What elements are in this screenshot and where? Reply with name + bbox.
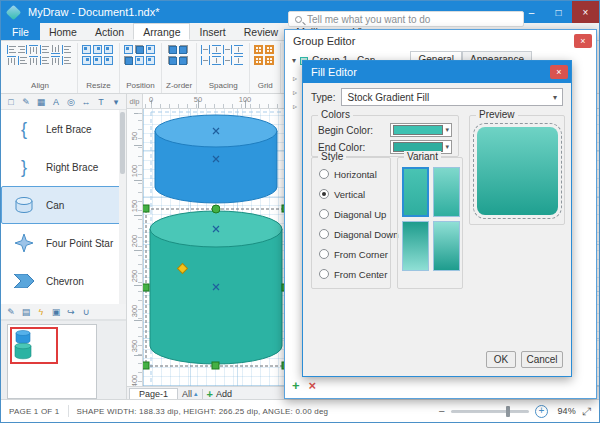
radio-from-center[interactable] xyxy=(319,269,329,279)
spacing-icon[interactable] xyxy=(201,45,210,54)
send-to-back-icon[interactable] xyxy=(179,45,188,54)
blue-can-shape[interactable] xyxy=(155,115,277,203)
route-tool-icon[interactable]: ↪ xyxy=(64,305,78,319)
align-icon[interactable] xyxy=(18,56,27,65)
align-icon[interactable] xyxy=(40,56,49,65)
radio-from-corner[interactable] xyxy=(319,249,329,259)
resize-handle[interactable] xyxy=(212,362,219,369)
resize-height-icon[interactable] xyxy=(93,45,102,54)
more-tools-icon[interactable]: ▾ xyxy=(109,95,123,109)
tree-expand-icon[interactable]: ▾ xyxy=(292,56,296,65)
list-item-chevron[interactable]: Chevron xyxy=(1,262,126,300)
radio-diagonal-down[interactable] xyxy=(319,229,329,239)
align-top-icon[interactable] xyxy=(29,45,38,54)
lightning-tool-icon[interactable]: ϟ xyxy=(34,305,48,319)
resize-icon[interactable] xyxy=(104,56,113,65)
spacing-icon[interactable] xyxy=(212,45,221,54)
maximize-button-icon[interactable]: □ xyxy=(545,1,572,23)
shape-list-scrollbar[interactable] xyxy=(119,110,126,304)
zoom-slider[interactable] xyxy=(451,410,529,413)
type-tool-icon[interactable]: T xyxy=(94,95,108,109)
zoom-slider-thumb[interactable] xyxy=(506,406,510,417)
all-pages-button[interactable]: All ▴ xyxy=(182,389,198,399)
position-icon[interactable] xyxy=(135,45,144,54)
align-icon[interactable] xyxy=(51,56,60,65)
spacing-icon[interactable] xyxy=(223,45,232,54)
group-editor-close-icon[interactable]: × xyxy=(574,34,592,48)
position-icon[interactable] xyxy=(124,56,133,65)
ok-button[interactable]: OK xyxy=(486,351,516,368)
spacing-icon[interactable] xyxy=(201,56,210,65)
add-item-icon[interactable]: + xyxy=(292,378,300,393)
position-icon[interactable] xyxy=(124,45,133,54)
tab-home[interactable]: Home xyxy=(40,23,86,40)
spacing-icon[interactable] xyxy=(234,45,243,54)
grid-icon[interactable] xyxy=(254,56,263,65)
tree-item-icon[interactable]: ▹ xyxy=(293,88,297,97)
list-item-four-point-star[interactable]: Four Point Star xyxy=(1,224,126,262)
fill-editor-close-icon[interactable]: × xyxy=(550,65,568,79)
spacing-icon[interactable] xyxy=(212,56,221,65)
variant-swatch-2[interactable] xyxy=(433,167,460,217)
resize-handle[interactable] xyxy=(143,362,149,369)
align-right-icon[interactable] xyxy=(18,45,27,54)
scrollbar-thumb[interactable] xyxy=(120,112,125,174)
send-backward-icon[interactable] xyxy=(179,56,188,65)
resize-icon[interactable] xyxy=(93,56,102,65)
grid-icon[interactable] xyxy=(254,45,263,54)
grid-icon[interactable] xyxy=(265,56,274,65)
select-tool-icon[interactable]: □ xyxy=(4,95,18,109)
position-icon[interactable] xyxy=(135,56,144,65)
zoom-in-icon[interactable]: + xyxy=(535,405,548,418)
tab-action[interactable]: Action xyxy=(86,23,133,40)
resize-icon[interactable] xyxy=(82,56,91,65)
list-item-right-brace[interactable]: } Right Brace xyxy=(1,148,126,186)
align-center-icon[interactable] xyxy=(40,45,49,54)
fit-to-window-icon[interactable]: ⤢ xyxy=(582,405,591,418)
align-icon[interactable] xyxy=(29,56,38,65)
frame-tool-icon[interactable]: ▣ xyxy=(49,305,63,319)
close-button-icon[interactable]: × xyxy=(572,1,599,23)
list-item-left-brace[interactable]: { Left Brace xyxy=(1,110,126,148)
rotation-handle[interactable] xyxy=(212,205,220,213)
list-item-can[interactable]: Can xyxy=(1,186,126,224)
tab-insert[interactable]: Insert xyxy=(190,23,234,40)
resize-handle[interactable] xyxy=(143,205,149,212)
align-middle-icon[interactable] xyxy=(62,45,71,54)
radio-horizontal[interactable] xyxy=(319,169,329,179)
magnet-tool-icon[interactable]: ∪ xyxy=(79,305,93,319)
variant-swatch-4[interactable] xyxy=(433,221,460,271)
fill-type-dropdown[interactable]: Stock Gradient Fill ▾ xyxy=(341,88,563,106)
cancel-button[interactable]: Cancel xyxy=(521,351,563,368)
group-editor-titlebar[interactable]: Group Editor × xyxy=(285,30,596,52)
radio-vertical[interactable] xyxy=(319,189,329,199)
connector-tool-icon[interactable]: ↔ xyxy=(79,95,93,109)
fill-editor-titlebar[interactable]: Fill Editor × xyxy=(303,61,571,83)
edit-tool-icon[interactable]: ✎ xyxy=(4,305,18,319)
bring-forward-icon[interactable] xyxy=(168,56,177,65)
align-icon[interactable] xyxy=(62,56,71,65)
align-icon[interactable] xyxy=(7,56,16,65)
begin-color-dropdown[interactable]: ▾ xyxy=(390,123,452,137)
tell-me-search-input[interactable]: Tell me what you want to do xyxy=(288,11,524,27)
page-thumbnail[interactable] xyxy=(7,324,97,399)
grid-icon[interactable] xyxy=(265,45,274,54)
spacing-icon[interactable] xyxy=(223,56,232,65)
target-tool-icon[interactable]: ◎ xyxy=(64,95,78,109)
viewport-rect[interactable] xyxy=(10,327,58,364)
text-tool-icon[interactable]: A xyxy=(49,95,63,109)
align-bottom-icon[interactable] xyxy=(51,45,60,54)
table-tool-icon[interactable]: ▦ xyxy=(34,95,48,109)
tab-arrange[interactable]: Arrange xyxy=(133,23,190,40)
bring-to-front-icon[interactable] xyxy=(168,45,177,54)
tree-item-icon[interactable]: ▹ xyxy=(293,74,297,83)
tree-item-icon[interactable]: ▹ xyxy=(293,102,297,111)
radio-diagonal-up[interactable] xyxy=(319,209,329,219)
zoom-out-icon[interactable]: − xyxy=(438,405,445,417)
resize-icon[interactable] xyxy=(104,45,113,54)
remove-item-icon[interactable]: × xyxy=(309,378,317,393)
variant-swatch-1[interactable] xyxy=(402,167,429,217)
resize-width-icon[interactable] xyxy=(82,45,91,54)
tab-review[interactable]: Review xyxy=(235,23,287,40)
align-left-icon[interactable] xyxy=(7,45,16,54)
